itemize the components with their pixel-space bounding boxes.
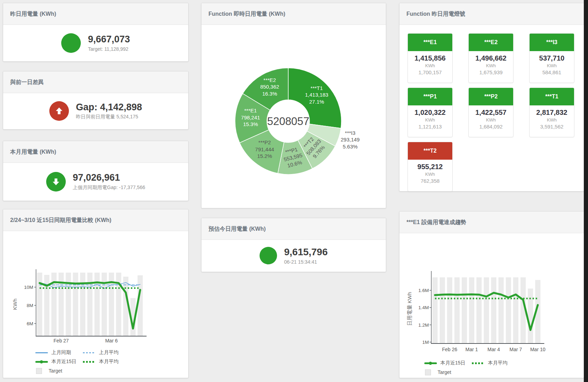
blue-dashed-swatch-icon: [83, 352, 95, 353]
y-axis-label: 日用電量 KWh: [406, 292, 412, 326]
target-bar: [528, 289, 533, 343]
panel-header[interactable]: ***E1 設備用電達成趨勢: [399, 211, 584, 233]
x-tick-label: Mar 6: [105, 338, 118, 343]
target-bar: [447, 277, 452, 343]
panel-estimated-today: 預估今日用電量 (KWh) 9,615,796 06-21 15:34:41: [201, 218, 386, 272]
stat-subtitle: 上個月同期用電Gap: -17,377,566: [73, 185, 145, 191]
stat-value: 97,026,961: [73, 172, 145, 183]
target-bar: [73, 272, 78, 336]
target-bar: [506, 277, 511, 343]
legend-item[interactable]: 上月同期: [35, 349, 83, 356]
blue-line-swatch-icon: [35, 352, 48, 353]
light-tile-status-header: ***P1: [408, 88, 452, 105]
legend-item[interactable]: 本月近15日: [424, 360, 472, 366]
target-bar: [498, 277, 504, 343]
panel-header[interactable]: 本月用電量 (KWh): [3, 141, 188, 163]
x-tick-label: Feb 26: [442, 347, 458, 352]
y-tick-label: 1.4M: [418, 305, 429, 310]
light-tile-unit: KWh: [469, 117, 513, 123]
target-bar: [454, 277, 460, 343]
legend-label: 本月平均: [488, 360, 508, 366]
scrollbar-strip[interactable]: [584, 0, 588, 382]
panel-header[interactable]: 與前一日差異: [3, 71, 188, 93]
panel-header[interactable]: Function 昨日用電燈號: [399, 3, 584, 25]
light-tile-target: 762,358: [408, 178, 452, 184]
legend-item[interactable]: 本月近15日: [35, 359, 83, 365]
legend-item[interactable]: 本月平均: [83, 359, 130, 365]
legend-label: 上月同期: [51, 349, 71, 356]
light-tile-value: 955,212: [408, 163, 452, 171]
light-tile-value: 537,710: [530, 54, 574, 62]
target-bar: [462, 277, 467, 343]
y-axis-label: KWh: [12, 299, 18, 310]
panel-title: 與前一日差異: [3, 71, 188, 93]
light-tile-E1: ***E11,415,856KWh1,700,157: [408, 33, 453, 83]
panel-title: 昨日用電量 (KWh): [3, 3, 188, 25]
panel-title: ***E1 設備用電達成趨勢: [399, 211, 584, 233]
target-box-swatch-icon: [425, 369, 431, 375]
trend-line-chart[interactable]: 1M1.2M1.4M1.6MFeb 26Mar 1Mar 4Mar 7Mar 1…: [399, 233, 584, 356]
trend-chart-legend: 本月近15日本月平均Target: [424, 359, 519, 377]
stat-value: Gap: 4,142,898: [76, 102, 142, 113]
donut-slice-label: ***I3293,1495.63%: [341, 130, 360, 150]
light-tile-unit: KWh: [530, 63, 574, 68]
light-tile-P1: ***P11,020,322KWh1,121,613: [408, 88, 453, 137]
panel-header[interactable]: 昨日用電量 (KWh): [3, 3, 188, 25]
legend-item[interactable]: 本月平均: [472, 360, 519, 366]
panel-header[interactable]: 預估今日用電量 (KWh): [201, 218, 386, 240]
stat-value: 9,667,073: [88, 34, 130, 45]
light-tile-status-header: ***T1: [530, 88, 574, 105]
light-tile-E2: ***E21,496,662KWh1,675,939: [468, 33, 513, 83]
panel-header[interactable]: 2/24~3/10 近15日同期用電量比較 (KWh): [3, 209, 188, 231]
stat-subtitle: 昨日與前日用電量 5,524,175: [76, 114, 142, 120]
panel-header[interactable]: Function 即時日用電量 (KWh): [201, 3, 386, 25]
target-bar: [440, 277, 445, 343]
legend-label: 本月近15日: [440, 360, 466, 366]
panel-title: 本月用電量 (KWh): [3, 141, 188, 162]
y-tick-label: 1M: [422, 340, 429, 345]
light-tile-status-header: ***P2: [469, 88, 513, 105]
light-tile-unit: KWh: [530, 117, 574, 123]
compare-line-chart[interactable]: 6M8M10MFeb 27Mar 6KWh: [3, 231, 188, 346]
legend-item[interactable]: Target: [35, 368, 83, 374]
target-bar: [513, 277, 518, 343]
light-tile-status-header: ***I3: [530, 34, 574, 51]
target-box-swatch-icon: [36, 368, 42, 374]
light-tile-T2: ***T2955,212KWh762,358: [408, 142, 453, 192]
x-tick-label: Mar 4: [488, 347, 500, 352]
legend-label: 上月平均: [99, 349, 119, 356]
light-tile-target: 1,675,939: [469, 69, 513, 75]
down-arrow-icon: [46, 172, 66, 192]
legend-item[interactable]: Target: [424, 369, 472, 375]
legend-label: Target: [438, 369, 451, 375]
compare-chart-legend: 上月同期上月平均本月近15日本月平均Target: [35, 348, 130, 375]
target-bar: [476, 277, 482, 343]
light-tile-value: 1,415,856: [408, 54, 452, 62]
legend-item[interactable]: 上月平均: [83, 349, 130, 356]
up-arrow-icon: [49, 101, 69, 121]
x-tick-label: Feb 27: [54, 338, 69, 343]
panel-title: Function 昨日用電燈號: [399, 3, 584, 25]
light-tile-status-header: ***E1: [408, 34, 452, 51]
x-tick-label: Mar 10: [530, 347, 546, 352]
panel-realtime-usage-donut: Function 即時日用電量 (KWh) ***T11,413,18327.1…: [201, 3, 386, 208]
realtime-donut-chart[interactable]: ***T11,413,18327.1%***I3293,1495.63%***T…: [201, 25, 386, 208]
target-bar: [469, 277, 474, 343]
stat-subtitle: Target: 11,128,992: [88, 46, 130, 52]
panel-15day-comparison: 2/24~3/10 近15日同期用電量比較 (KWh) 6M8M10MFeb 2…: [3, 209, 189, 378]
legend-label: 本月平均: [99, 359, 119, 365]
light-tile-value: 2,817,832: [530, 109, 574, 117]
target-bar: [432, 277, 438, 343]
light-tile-target: 1,700,157: [408, 69, 452, 75]
donut-center-total: 5208057: [267, 115, 310, 127]
x-tick-label: Mar 7: [510, 347, 522, 352]
panel-yesterday-usage: 昨日用電量 (KWh) 9,667,073 Target: 11,128,992: [3, 3, 189, 62]
green-thick-swatch-icon: [424, 362, 437, 364]
x-tick-label: Mar 1: [466, 347, 478, 352]
status-green-circle-icon: [61, 33, 81, 53]
panel-title: 2/24~3/10 近15日同期用電量比較 (KWh): [3, 209, 188, 231]
target-bar: [80, 272, 85, 336]
light-tile-status-header: ***T2: [408, 142, 452, 160]
light-tile-target: 1,121,613: [408, 124, 452, 130]
green-dotted-swatch-icon: [472, 362, 484, 364]
